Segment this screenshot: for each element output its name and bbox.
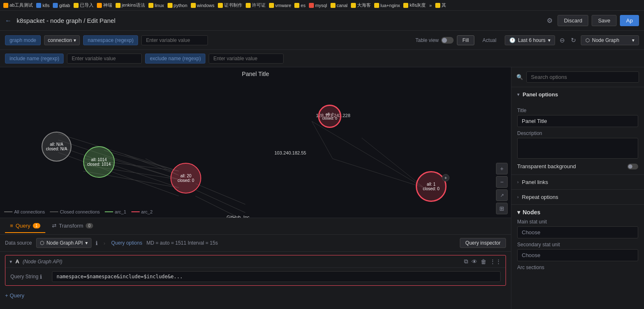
bookmark-canal[interactable]: canal [331,3,348,8]
bookmark-gitlab[interactable]: gitlab [53,3,70,8]
legend-line-all [4,211,12,212]
settings-button[interactable]: ⚙ [545,15,554,26]
query-string-info-icon[interactable]: ℹ [40,274,42,280]
query-collapse-icon[interactable]: ▾ [10,259,12,265]
search-icon: 🔍 [516,74,523,80]
bookmark-other[interactable]: 其 [435,2,446,8]
query-options-link[interactable]: Query options [111,240,142,246]
svg-line-17 [362,138,424,188]
chart-legend: All connections Closed connections arc_1… [4,209,153,214]
query-tab-icon: ≡ [10,223,13,229]
bookmark-luanginx[interactable]: lua+nginx [374,3,400,8]
query-string-input[interactable] [52,271,501,282]
ap-button[interactable]: Ap [620,15,639,26]
exclude-name-input[interactable] [209,54,284,64]
panel-options-content: Title Description Transparent background [511,102,644,174]
actual-button[interactable]: Actual [478,36,501,45]
main-stat-placeholder: Choose [522,229,540,235]
query-inspector-button[interactable]: Query inspector [460,238,506,248]
datasource-info-icon[interactable]: ℹ [96,240,98,246]
chart-container: Panel Title [0,67,511,218]
query-row: Query String ℹ [5,268,506,285]
query-source-label: (Node Graph API) [22,259,62,265]
bookmark-k8s[interactable]: k8s [36,3,49,8]
panel-options-header[interactable]: ▾ Panel options [511,87,644,102]
bookmark-imported[interactable]: 已导入 [74,2,94,8]
delete-query-icon[interactable]: 🗑 [481,258,486,265]
toolbar2: include name (regexp) exclude name (rege… [0,50,644,67]
zoom-in-button[interactable]: + [496,163,508,174]
node-1014: all: 1014 closed: 1014 [83,146,115,178]
datasource-label: Data source [5,240,32,246]
datasource-value: Node Graph API [47,240,83,246]
bookmark-ab[interactable]: ab工具测试 [3,2,33,8]
share-button[interactable]: ↗ [496,189,508,201]
bookmark-windows[interactable]: windows [191,3,215,8]
datasource-select[interactable]: ⬡ Node Graph API ▾ [36,238,91,248]
refresh-button[interactable]: ↻ [570,35,577,45]
add-query-label: + Query [5,292,25,299]
add-query-button[interactable]: + Query [0,289,511,302]
bookmark-icon-mysql [309,3,314,8]
bookmark-icon-ab [3,3,8,8]
bookmark-dahaike[interactable]: 大海客 [351,2,371,8]
time-range-picker[interactable]: 🕐 Last 6 hours ▾ [505,35,555,45]
copy-query-icon[interactable]: ⧉ [464,258,468,265]
description-textarea[interactable] [517,138,638,159]
bookmark-icon-gitlab [53,3,58,8]
secondary-stat-label: Secondary stat unit [517,242,638,248]
include-name-input[interactable] [67,54,142,64]
back-button[interactable]: ← [5,17,12,25]
panel-area: Panel Title [0,67,511,309]
svg-line-7 [104,150,179,171]
bookmark-mysql[interactable]: mysql [309,3,327,8]
bookmark-more[interactable]: » [429,3,432,8]
zoom-out-button[interactable]: ⊖ [558,35,566,45]
panel-links-row[interactable]: › Panel links [511,175,644,190]
namespace-badge: namespace (regexp) [83,35,138,45]
table-view-switch[interactable] [441,37,454,44]
zoom-out-ctrl-button[interactable]: − [496,176,508,188]
bookmark-python[interactable]: python [168,3,188,8]
table-view-toggle[interactable]: Table view [415,37,454,44]
bookmark-vmware[interactable]: vmware [269,3,291,8]
namespace-input[interactable] [141,35,208,45]
bookmark-label-other: 其 [442,2,446,8]
legend-label-arc1: arc_1 [115,209,126,214]
panel-title-input[interactable] [517,115,638,127]
svg-line-3 [58,152,179,196]
bookmark-k8sdegree[interactable]: k8s灰度 [403,2,426,8]
main-stat-select[interactable]: Choose [517,226,638,238]
legend-line-closed [50,211,58,212]
discard-button[interactable]: Discard [558,15,588,26]
bookmark-jenkins[interactable]: jenkins语法 [116,2,145,8]
repeat-options-row[interactable]: › Repeat options [511,190,644,205]
bookmark-license[interactable]: 许可证 [246,2,266,8]
grid-button[interactable]: ⊞ [496,203,508,214]
tab-transform[interactable]: ⇄ Transform 0 [47,219,98,233]
bookmark-label-ab: ab工具测试 [10,2,33,8]
transform-tab-label: Transform [59,223,84,229]
visualization-selector[interactable]: ⬡ Node Graph ▾ [581,35,639,45]
bookmark-shenrui[interactable]: 神瑞 [97,2,112,8]
legend-arc1: arc_1 [105,209,126,214]
save-button[interactable]: Save [592,15,617,26]
legend-label-all: All connections [14,209,45,214]
secondary-stat-select[interactable]: Choose [517,249,638,261]
search-input[interactable] [526,71,639,83]
search-box: 🔍 [511,67,644,87]
fill-button[interactable]: Fill [457,35,474,45]
transparent-bg-toggle[interactable] [627,164,638,169]
bookmark-es[interactable]: es [294,3,306,8]
tab-query[interactable]: ≡ Query 1 [5,219,45,233]
bookmark-linux[interactable]: linux [148,3,164,8]
github-label: GitHub, Inc. [227,215,251,218]
connection-dropdown[interactable]: connection ▾ [44,35,80,45]
ip2-label: 103.240.182.55 [274,150,306,155]
drag-query-icon[interactable]: ⋮⋮ [490,258,501,265]
datasource-chevron-icon: ▾ [85,240,88,246]
bookmark-label-windows: windows [197,3,215,8]
bookmark-cert[interactable]: 证书制作 [218,2,242,8]
transform-tab-icon: ⇄ [52,223,57,229]
toggle-query-icon[interactable]: 👁 [471,258,477,265]
